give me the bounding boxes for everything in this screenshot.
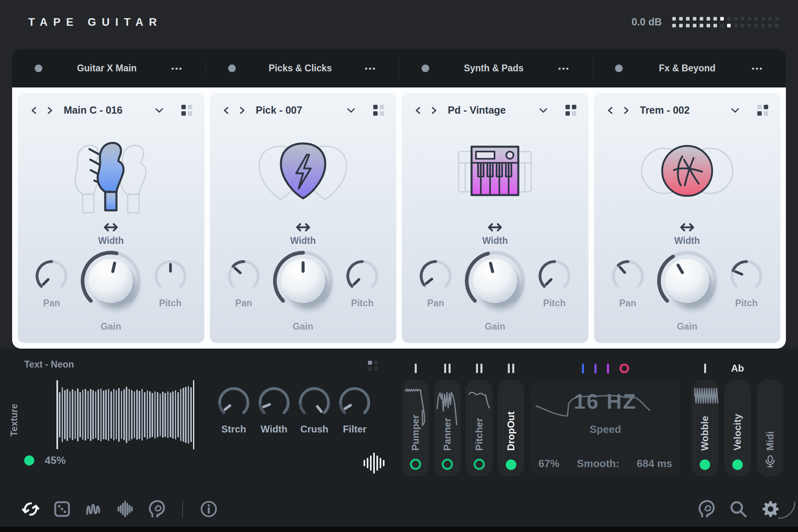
wobble-module[interactable]: Wobble xyxy=(692,363,718,476)
chevron-down-icon[interactable] xyxy=(154,106,164,114)
module-state-indicator[interactable] xyxy=(474,459,485,470)
midi-module[interactable]: Midi xyxy=(757,363,783,476)
search-icon[interactable] xyxy=(729,499,748,519)
chevron-down-icon[interactable] xyxy=(346,106,356,114)
pick-icon xyxy=(210,127,397,215)
channel-menu-dots[interactable]: ••• xyxy=(752,64,763,73)
prev-preset-button[interactable] xyxy=(414,106,423,115)
next-preset-button[interactable] xyxy=(621,106,630,115)
channel-label: Fx & Beyond xyxy=(623,63,752,74)
pan-knob[interactable]: Pan xyxy=(416,250,456,309)
pumper-module[interactable]: Pumper xyxy=(402,363,429,476)
width-arrow-icon[interactable] xyxy=(485,227,505,234)
loop-icon[interactable] xyxy=(21,499,40,519)
channel-active-dot[interactable] xyxy=(35,64,42,72)
sound-bars-icon[interactable] xyxy=(361,450,387,476)
gain-knob[interactable]: Gain xyxy=(75,248,146,332)
meter-cell xyxy=(672,17,676,21)
strch-knob[interactable]: Strch xyxy=(214,384,254,435)
mind-icon[interactable] xyxy=(147,499,166,519)
pan-knob[interactable]: Pan xyxy=(31,250,72,309)
meter-cell xyxy=(693,24,696,27)
grid-cell xyxy=(565,105,570,109)
next-preset-button[interactable] xyxy=(429,106,438,115)
pan-knob[interactable]: Pan xyxy=(224,250,264,309)
toolbar-divider xyxy=(182,500,183,518)
next-preset-button[interactable] xyxy=(45,106,54,115)
width-label: Width xyxy=(18,235,204,246)
width-arrow-icon[interactable] xyxy=(293,227,313,234)
layer-grid-icon[interactable] xyxy=(373,105,384,116)
preset-title[interactable]: Main C - 016 xyxy=(64,104,154,116)
channel-menu-dots[interactable]: ••• xyxy=(558,64,570,73)
speed-tick[interactable] xyxy=(619,364,629,373)
channel-active-dot[interactable] xyxy=(228,64,236,72)
sample-waveform[interactable] xyxy=(56,380,202,449)
speed-mode-ticks[interactable] xyxy=(530,363,680,374)
resize-corner[interactable] xyxy=(777,501,796,519)
waveform-bar xyxy=(162,392,164,438)
module-state-indicator[interactable] xyxy=(700,459,710,470)
chevron-down-icon[interactable] xyxy=(538,106,549,114)
speed-percent[interactable]: 67% xyxy=(538,457,559,470)
grid-cell xyxy=(373,111,378,116)
dice-icon[interactable] xyxy=(52,499,72,519)
pitch-knob[interactable]: Pitch xyxy=(342,250,382,309)
preset-title[interactable]: Pick - 007 xyxy=(256,104,346,116)
channel-tab[interactable]: Guitar X Main ••• xyxy=(12,49,206,87)
speed-display[interactable]: 16 HZ Speed 67% Smooth: 684 ms xyxy=(530,380,680,476)
dropout-module[interactable]: DropOut xyxy=(498,363,524,476)
channel-menu-dots[interactable]: ••• xyxy=(171,64,183,73)
panner-module[interactable]: Panner xyxy=(434,363,461,476)
preset-title[interactable]: Pd - Vintage xyxy=(448,104,538,116)
module-state-indicator[interactable] xyxy=(732,459,743,470)
waveform-bar xyxy=(110,391,112,438)
channel-menu-dots[interactable]: ••• xyxy=(365,64,376,73)
chevron-down-icon[interactable] xyxy=(730,106,740,114)
mind-icon[interactable] xyxy=(696,499,716,519)
channel-tab[interactable]: Picks & Clicks ••• xyxy=(206,49,399,87)
width-arrow-icon[interactable] xyxy=(677,227,697,234)
pitch-knob[interactable]: Pitch xyxy=(150,250,191,309)
texture-active-dot[interactable] xyxy=(24,455,34,466)
pan-knob[interactable]: Pan xyxy=(608,250,648,309)
gain-knob[interactable]: Gain xyxy=(459,248,530,332)
speed-tick[interactable] xyxy=(607,364,609,374)
tape-wave-icon[interactable] xyxy=(84,499,103,519)
info-icon[interactable] xyxy=(199,499,218,519)
prev-preset-button[interactable] xyxy=(222,106,231,115)
next-preset-button[interactable] xyxy=(237,106,246,115)
layer-grid-icon[interactable] xyxy=(565,105,576,116)
channel-tab[interactable]: Synth & Pads ••• xyxy=(399,49,592,87)
layer-grid-icon[interactable] xyxy=(181,105,192,116)
meter-cell xyxy=(707,24,710,27)
crush-knob[interactable]: Crush xyxy=(294,384,335,435)
channel-active-dot[interactable] xyxy=(615,64,623,72)
width-arrow-icon[interactable] xyxy=(101,227,121,234)
pitcher-module[interactable]: Pitcher xyxy=(466,363,493,476)
speed-tick[interactable] xyxy=(594,364,596,374)
module-state-indicator[interactable] xyxy=(410,459,421,470)
width-knob[interactable]: Width xyxy=(254,384,294,435)
module-state-indicator[interactable] xyxy=(764,455,776,470)
smooth-value[interactable]: 684 ms xyxy=(637,457,672,470)
pitch-knob[interactable]: Pitch xyxy=(534,250,575,309)
waveform-bar xyxy=(118,388,120,442)
sound-bars-icon[interactable] xyxy=(115,499,135,519)
pitch-knob[interactable]: Pitch xyxy=(726,250,767,309)
prev-preset-button[interactable] xyxy=(30,106,39,115)
fx-icon xyxy=(594,127,781,215)
filter-knob[interactable]: Filter xyxy=(335,384,375,435)
preset-title[interactable]: Trem - 002 xyxy=(640,104,730,116)
prev-preset-button[interactable] xyxy=(606,106,615,115)
module-state-indicator[interactable] xyxy=(442,459,453,470)
module-state-indicator[interactable] xyxy=(506,459,516,470)
gain-knob[interactable]: Gain xyxy=(268,248,339,332)
velocity-module[interactable]: Ab Velocity xyxy=(724,363,751,476)
sample-grid-icon[interactable] xyxy=(368,361,378,371)
gain-knob[interactable]: Gain xyxy=(652,248,723,332)
channel-active-dot[interactable] xyxy=(422,64,429,72)
layer-grid-icon[interactable] xyxy=(757,105,768,116)
channel-tab[interactable]: Fx & Beyond ••• xyxy=(592,49,786,87)
speed-tick[interactable] xyxy=(582,364,584,374)
